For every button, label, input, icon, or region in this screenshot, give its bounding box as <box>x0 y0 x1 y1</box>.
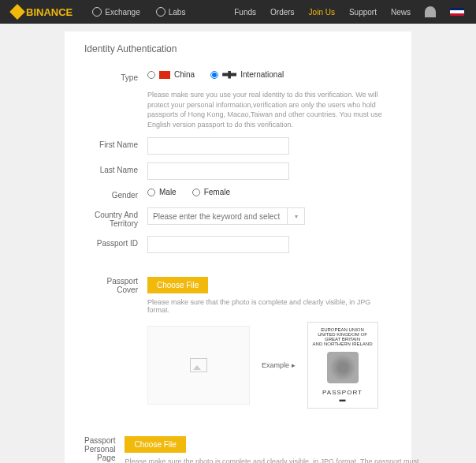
nav-orders[interactable]: Orders <box>270 8 295 17</box>
gender-female-option[interactable]: Female <box>192 188 230 196</box>
last-name-label: Last Name <box>84 162 147 174</box>
first-name-label: First Name <box>84 137 147 149</box>
type-intl-option[interactable]: International <box>210 70 284 79</box>
type-china-radio[interactable] <box>147 71 155 79</box>
nav-exchange[interactable]: Exchange <box>92 7 139 17</box>
choose-file-personal-button[interactable]: Choose File <box>125 436 185 453</box>
type-label: Type <box>84 70 147 82</box>
cover-upload-box[interactable] <box>147 326 250 405</box>
user-icon[interactable] <box>425 6 436 17</box>
labs-icon <box>156 7 165 17</box>
china-flag-icon <box>159 71 170 79</box>
page-title: Identity Authentication <box>84 43 392 54</box>
cover-hint: Please make sure that the photo is compl… <box>147 298 392 314</box>
gender-male-option[interactable]: Male <box>147 188 177 196</box>
verification-notice: Please make sure you use your real ident… <box>147 90 392 129</box>
globe-icon <box>222 71 236 79</box>
coat-of-arms-icon <box>327 352 359 383</box>
brand-text: BINANCE <box>26 6 73 18</box>
passport-id-input[interactable] <box>147 236 289 253</box>
exchange-icon <box>92 7 102 17</box>
gender-female-radio[interactable] <box>192 189 200 196</box>
country-label: Country And Territory <box>84 207 147 228</box>
nav-join-us[interactable]: Join Us <box>309 8 335 17</box>
language-flag-icon[interactable] <box>450 8 464 16</box>
image-placeholder-icon <box>190 358 207 372</box>
nav-funds[interactable]: Funds <box>234 8 256 17</box>
passport-personal-label: Passport Personal Page <box>84 436 125 462</box>
nav-support[interactable]: Support <box>349 8 377 17</box>
chevron-down-icon[interactable]: ▾ <box>288 207 305 225</box>
brand-logo[interactable]: BINANCE <box>12 6 73 18</box>
type-intl-radio[interactable] <box>210 71 218 79</box>
example-label: Example ▸ <box>262 361 296 369</box>
personal-hint: Please make sure the photo is complete a… <box>125 457 420 463</box>
gender-label: Gender <box>84 188 147 200</box>
country-input[interactable] <box>147 207 288 225</box>
passport-cover-label: Passport Cover <box>84 277 147 294</box>
passport-cover-sample: EUROPEAN UNION UNITED KINGDOM OF GREAT B… <box>307 322 378 409</box>
gender-male-radio[interactable] <box>147 189 155 196</box>
nav-labs[interactable]: Labs <box>156 7 186 17</box>
last-name-input[interactable] <box>147 162 289 180</box>
choose-file-cover-button[interactable]: Choose File <box>147 277 208 293</box>
first-name-input[interactable] <box>147 137 289 155</box>
binance-icon <box>9 4 25 20</box>
passport-id-label: Passport ID <box>84 236 147 248</box>
type-china-option[interactable]: China <box>147 70 195 79</box>
nav-news[interactable]: News <box>391 8 411 17</box>
